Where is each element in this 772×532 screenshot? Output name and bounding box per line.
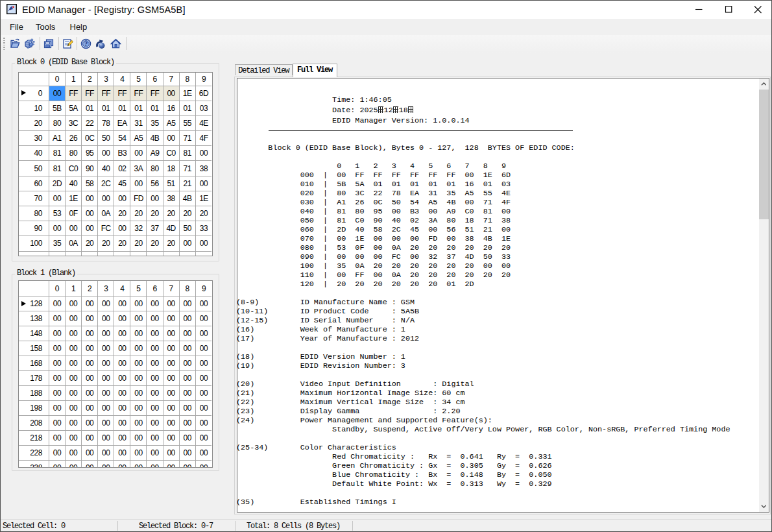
svg-text:?: ? (84, 40, 87, 47)
